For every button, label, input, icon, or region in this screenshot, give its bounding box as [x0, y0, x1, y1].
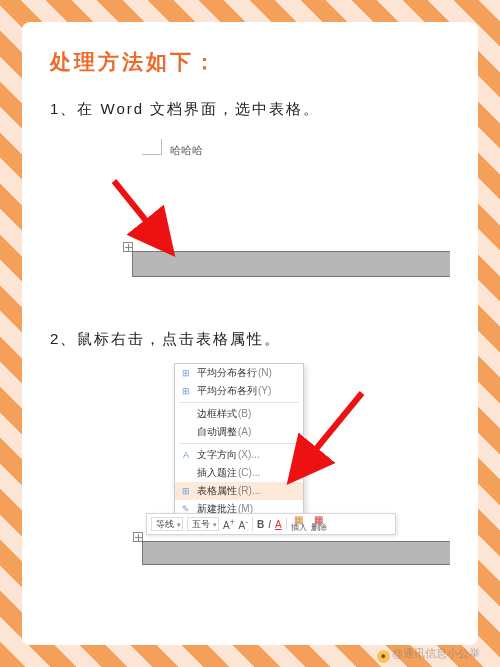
font-color-button[interactable]: A [275, 519, 282, 530]
menu-separator [179, 443, 299, 444]
grid-rows-icon: ⊞ [179, 367, 193, 379]
increase-font-icon[interactable]: A+ [223, 517, 235, 531]
menu-insert-caption[interactable]: 插入题注 (C)... [175, 464, 303, 482]
watermark-text: @通讯信息小公举 [392, 647, 480, 659]
delete-label: 删除 [311, 524, 327, 532]
menu-distribute-rows[interactable]: ⊞ 平均分布各行 (N) [175, 364, 303, 382]
menu-label: 平均分布各行 [197, 366, 257, 380]
menu-label: 边框样式 [197, 407, 237, 421]
menu-shortcut: (N) [258, 366, 272, 380]
menu-table-properties[interactable]: ⊞ 表格属性 (R)... [175, 482, 303, 500]
decrease-font-icon[interactable]: A- [239, 517, 248, 531]
font-style-select[interactable]: 等线 [151, 517, 183, 531]
ruler-corner-icon [142, 139, 162, 155]
insert-label: 插入 [291, 524, 307, 532]
menu-distribute-cols[interactable]: ⊞ 平均分布各列 (Y) [175, 382, 303, 400]
bold-button[interactable]: B [257, 519, 264, 530]
menu-border-style[interactable]: 边框样式 (B) [175, 405, 303, 423]
menu-shortcut: (X)... [238, 448, 260, 462]
menu-shortcut: (B) [238, 407, 251, 421]
selected-table [132, 251, 450, 277]
menu-shortcut: (R)... [238, 484, 260, 498]
menu-shortcut: (C)... [238, 466, 260, 480]
font-size-select[interactable]: 五号 [187, 517, 219, 531]
screenshot-1: 哈哈哈 [50, 133, 450, 308]
table-props-icon: ⊞ [179, 485, 193, 497]
menu-separator [179, 402, 299, 403]
blank-icon [179, 467, 193, 479]
placeholder-text: 哈哈哈 [170, 143, 203, 158]
menu-auto-adjust[interactable]: 自动调整 (A) [175, 423, 303, 441]
menu-label: 自动调整 [197, 425, 237, 439]
menu-text-direction[interactable]: A 文字方向 (X)... [175, 446, 303, 464]
svg-line-1 [298, 393, 362, 471]
step-1-text: 1、在 Word 文档界面，选中表格。 [50, 100, 450, 119]
card-title: 处理方法如下： [50, 48, 450, 76]
italic-button[interactable]: I [268, 519, 271, 530]
screenshot-2: ⊞ 平均分布各行 (N) ⊞ 平均分布各列 (Y) 边框样式 (B) 自动调整 … [50, 363, 450, 583]
context-menu: ⊞ 平均分布各行 (N) ⊞ 平均分布各列 (Y) 边框样式 (B) 自动调整 … [174, 363, 304, 519]
toolbar-separator [286, 517, 287, 531]
menu-shortcut: (Y) [258, 384, 271, 398]
mini-toolbar: 等线 五号 A+ A- B I A ▦ 插入 ▦ 删除 [146, 513, 396, 535]
watermark: ●@通讯信息小公举 [377, 646, 480, 663]
menu-label: 表格属性 [197, 484, 237, 498]
menu-label: 文字方向 [197, 448, 237, 462]
tutorial-card: 处理方法如下： 1、在 Word 文档界面，选中表格。 哈哈哈 2、鼠标右击，点… [22, 22, 478, 645]
grid-cols-icon: ⊞ [179, 385, 193, 397]
text-direction-icon: A [179, 449, 193, 461]
menu-label: 插入题注 [197, 466, 237, 480]
author-avatar-icon: ● [377, 650, 390, 663]
menu-label: 平均分布各列 [197, 384, 257, 398]
blank-icon [179, 426, 193, 438]
insert-button[interactable]: ▦ 插入 [291, 516, 307, 532]
menu-shortcut: (A) [238, 425, 251, 439]
blank-icon [179, 408, 193, 420]
selected-table [142, 541, 450, 565]
svg-line-0 [114, 181, 164, 243]
red-arrow-icon [106, 173, 196, 263]
toolbar-separator [252, 517, 253, 531]
step-2-text: 2、鼠标右击，点击表格属性。 [50, 330, 450, 349]
delete-button[interactable]: ▦ 删除 [311, 516, 327, 532]
